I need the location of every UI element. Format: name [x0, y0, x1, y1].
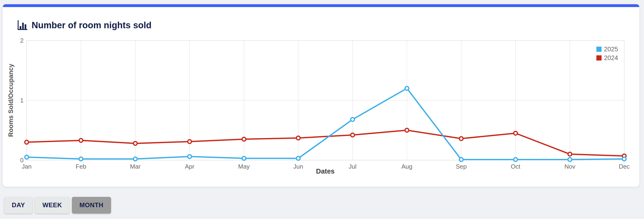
data-point-2024-Jul[interactable]	[351, 133, 354, 137]
data-point-2025-Jun[interactable]	[296, 156, 300, 160]
page: { "card": { "title": "Number of room nig…	[0, 0, 644, 219]
legend-swatch-2024	[596, 55, 602, 60]
data-point-2024-Nov[interactable]	[568, 152, 572, 156]
legend-item-2025[interactable]: 2025	[596, 47, 618, 52]
series-line-2025	[27, 88, 624, 159]
data-point-2025-Jul[interactable]	[351, 118, 354, 121]
data-point-2025-Nov[interactable]	[568, 158, 572, 161]
data-point-2025-Feb[interactable]	[79, 157, 83, 161]
data-point-2025-Mar[interactable]	[134, 157, 137, 161]
range-button-day[interactable]: DAY	[4, 197, 32, 214]
data-point-2024-Aug[interactable]	[405, 128, 409, 132]
data-point-2024-Feb[interactable]	[79, 138, 83, 142]
data-point-2024-Sep[interactable]	[460, 137, 463, 141]
series-line-2024	[27, 130, 624, 156]
legend-label-2024: 2024	[604, 55, 618, 60]
legend-swatch-2025	[596, 47, 602, 52]
legend: 2025 2024	[596, 47, 618, 64]
range-button-month[interactable]: MONTH	[72, 197, 111, 214]
line-chart-canvas[interactable]	[0, 0, 644, 219]
data-point-2025-Dec[interactable]	[622, 157, 626, 161]
range-toggle-group: DAYWEEKMONTH	[4, 197, 111, 214]
chart: 012 JanFebMarAprMayJunJulAugSepOctNovDec…	[0, 0, 644, 219]
data-point-2024-Jan[interactable]	[25, 140, 28, 144]
data-point-2024-Jun[interactable]	[296, 136, 300, 140]
legend-label-2025: 2025	[604, 47, 618, 52]
data-point-2025-Apr[interactable]	[188, 155, 192, 159]
data-point-2025-Aug[interactable]	[405, 86, 409, 90]
legend-item-2024[interactable]: 2024	[596, 55, 618, 60]
data-point-2024-Apr[interactable]	[188, 140, 192, 143]
data-point-2025-May[interactable]	[242, 156, 246, 160]
data-point-2024-Mar[interactable]	[134, 142, 137, 145]
data-point-2024-Oct[interactable]	[514, 131, 518, 135]
data-point-2024-May[interactable]	[242, 137, 246, 141]
data-point-2025-Sep[interactable]	[460, 158, 463, 161]
data-point-2025-Oct[interactable]	[514, 158, 518, 161]
data-point-2025-Jan[interactable]	[25, 155, 28, 159]
range-button-week[interactable]: WEEK	[35, 197, 70, 214]
